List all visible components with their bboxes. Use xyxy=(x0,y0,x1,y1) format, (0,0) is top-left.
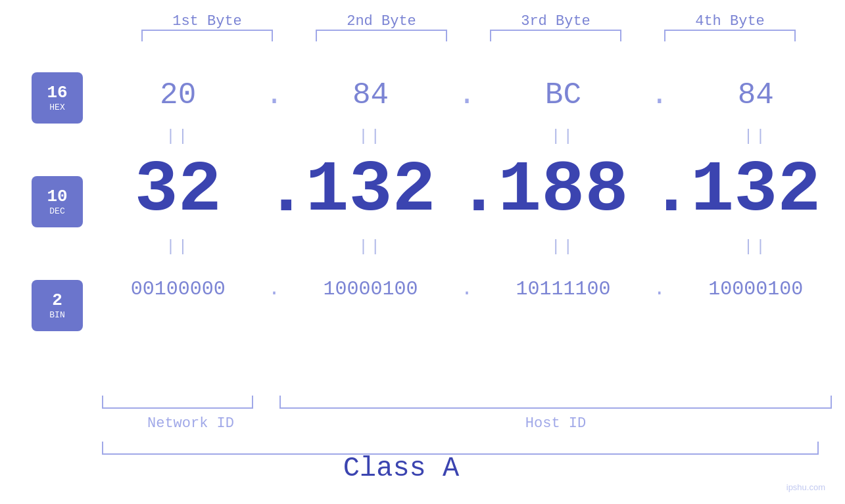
hex-val-1: 20 xyxy=(112,78,244,112)
dec-label: DEC xyxy=(49,206,64,216)
dec-val-3: 188 xyxy=(497,154,629,227)
byte4-bracket xyxy=(664,30,796,41)
hex-val-4: 84 xyxy=(690,78,821,112)
bin-val-1: 00100000 xyxy=(112,278,244,300)
eq1-2: || xyxy=(305,127,437,145)
bin-val-3: 10111100 xyxy=(497,278,629,300)
dec-badge: 10 DEC xyxy=(32,176,83,227)
bin-badge: 2 BIN xyxy=(32,280,83,331)
host-bracket xyxy=(279,396,832,409)
hex-number: 16 xyxy=(47,83,67,103)
dec-number: 10 xyxy=(47,187,67,206)
bin-val-4: 10000100 xyxy=(690,278,821,300)
byte3-header: 3rd Byte xyxy=(483,13,628,30)
byte1-header: 1st Byte xyxy=(135,13,279,30)
eq1-4: || xyxy=(690,127,821,145)
bin-label: BIN xyxy=(49,310,64,320)
dot-dec-3: . xyxy=(650,150,669,232)
eq2-3: || xyxy=(497,238,629,256)
byte1-bracket xyxy=(141,30,273,41)
equals-row-2: || || || || xyxy=(102,230,832,263)
dot-bin-2: . xyxy=(457,278,477,300)
eq2-2: || xyxy=(305,238,437,256)
dec-row: 32 . 132 . 188 . 132 xyxy=(102,151,832,230)
equals-row-1: || || || || xyxy=(102,122,832,151)
dot-dec-2: . xyxy=(457,150,477,232)
byte4-header: 4th Byte xyxy=(658,13,802,30)
watermark: ipshu.com xyxy=(786,482,825,492)
values-area: 20 . 84 . BC . 84 || || || || 32 . 132 .… xyxy=(102,69,832,315)
bottom-section: Network ID Host ID xyxy=(102,396,832,432)
eq1-3: || xyxy=(497,127,629,145)
dot-bin-1: . xyxy=(264,278,284,300)
dec-val-4: 132 xyxy=(690,154,821,227)
hex-val-3: BC xyxy=(497,78,629,112)
byte2-bracket xyxy=(316,30,447,41)
dot-hex-3: . xyxy=(650,78,669,112)
bin-val-2: 10000100 xyxy=(305,278,437,300)
hex-row: 20 . 84 . BC . 84 xyxy=(102,69,832,122)
eq2-1: || xyxy=(112,238,244,256)
eq1-1: || xyxy=(112,127,244,145)
base-labels: 16 HEX 10 DEC 2 BIN xyxy=(32,72,83,331)
class-label: Class A xyxy=(0,453,802,484)
bin-number: 2 xyxy=(52,291,62,310)
dot-hex-2: . xyxy=(457,78,477,112)
byte2-header: 2nd Byte xyxy=(309,13,454,30)
hex-val-2: 84 xyxy=(305,78,437,112)
hex-badge: 16 HEX xyxy=(32,72,83,124)
dot-bin-3: . xyxy=(650,278,669,300)
hex-label: HEX xyxy=(49,103,64,112)
dot-hex-1: . xyxy=(264,78,284,112)
byte-headers: 1st Byte 2nd Byte 3rd Byte 4th Byte xyxy=(120,13,817,30)
host-id-label: Host ID xyxy=(279,415,832,432)
bin-row: 00100000 . 10000100 . 10111100 . 1000010… xyxy=(102,263,832,315)
id-labels: Network ID Host ID xyxy=(102,415,832,432)
bottom-brackets xyxy=(102,396,832,409)
eq2-4: || xyxy=(690,238,821,256)
dot-dec-1: . xyxy=(264,150,284,232)
main-container: 1st Byte 2nd Byte 3rd Byte 4th Byte 16 H… xyxy=(0,0,845,504)
top-bracket-row xyxy=(120,30,817,41)
dec-val-1: 32 xyxy=(112,154,244,227)
dec-val-2: 132 xyxy=(305,154,437,227)
network-id-label: Network ID xyxy=(102,415,279,432)
byte3-bracket xyxy=(490,30,621,41)
network-bracket xyxy=(102,396,253,409)
